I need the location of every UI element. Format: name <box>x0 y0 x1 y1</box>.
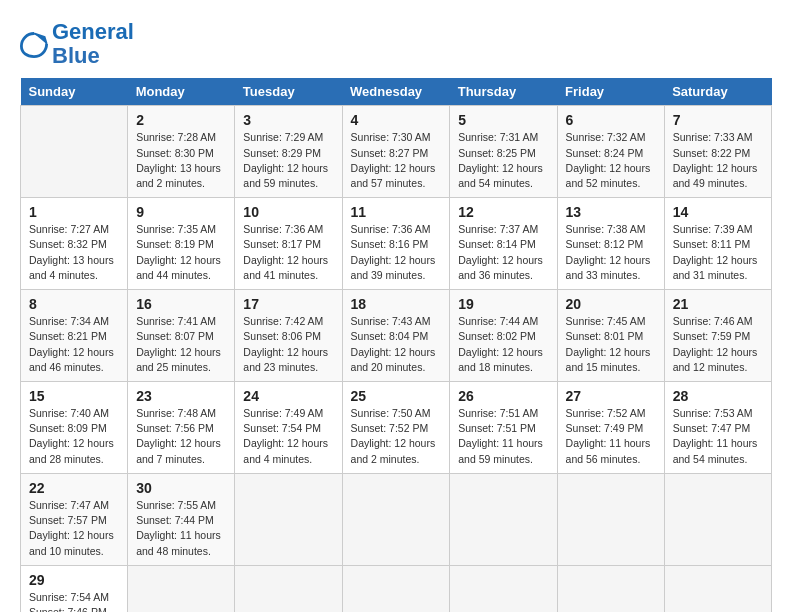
day-number: 4 <box>351 112 442 128</box>
calendar-cell: 28Sunrise: 7:53 AMSunset: 7:47 PMDayligh… <box>664 382 771 474</box>
day-detail: Sunrise: 7:28 AMSunset: 8:30 PMDaylight:… <box>136 130 226 191</box>
calendar-cell: 1Sunrise: 7:27 AMSunset: 8:32 PMDaylight… <box>21 198 128 290</box>
calendar-cell: 10Sunrise: 7:36 AMSunset: 8:17 PMDayligh… <box>235 198 342 290</box>
day-detail: Sunrise: 7:36 AMSunset: 8:17 PMDaylight:… <box>243 222 333 283</box>
calendar-cell <box>342 565 450 612</box>
calendar-cell: 5Sunrise: 7:31 AMSunset: 8:25 PMDaylight… <box>450 106 557 198</box>
day-number: 19 <box>458 296 548 312</box>
day-detail: Sunrise: 7:50 AMSunset: 7:52 PMDaylight:… <box>351 406 442 467</box>
calendar-cell: 7Sunrise: 7:33 AMSunset: 8:22 PMDaylight… <box>664 106 771 198</box>
calendar-cell: 23Sunrise: 7:48 AMSunset: 7:56 PMDayligh… <box>128 382 235 474</box>
logo-icon <box>20 30 48 58</box>
day-number: 28 <box>673 388 763 404</box>
day-number: 26 <box>458 388 548 404</box>
day-number: 12 <box>458 204 548 220</box>
day-detail: Sunrise: 7:30 AMSunset: 8:27 PMDaylight:… <box>351 130 442 191</box>
calendar-week-row: 1Sunrise: 7:27 AMSunset: 8:32 PMDaylight… <box>21 198 772 290</box>
day-detail: Sunrise: 7:43 AMSunset: 8:04 PMDaylight:… <box>351 314 442 375</box>
calendar-cell: 24Sunrise: 7:49 AMSunset: 7:54 PMDayligh… <box>235 382 342 474</box>
day-detail: Sunrise: 7:46 AMSunset: 7:59 PMDaylight:… <box>673 314 763 375</box>
calendar-cell: 20Sunrise: 7:45 AMSunset: 8:01 PMDayligh… <box>557 290 664 382</box>
day-number: 13 <box>566 204 656 220</box>
day-detail: Sunrise: 7:44 AMSunset: 8:02 PMDaylight:… <box>458 314 548 375</box>
day-detail: Sunrise: 7:37 AMSunset: 8:14 PMDaylight:… <box>458 222 548 283</box>
calendar-week-row: 15Sunrise: 7:40 AMSunset: 8:09 PMDayligh… <box>21 382 772 474</box>
calendar-cell <box>557 565 664 612</box>
day-detail: Sunrise: 7:34 AMSunset: 8:21 PMDaylight:… <box>29 314 119 375</box>
day-number: 10 <box>243 204 333 220</box>
calendar-cell: 4Sunrise: 7:30 AMSunset: 8:27 PMDaylight… <box>342 106 450 198</box>
day-detail: Sunrise: 7:49 AMSunset: 7:54 PMDaylight:… <box>243 406 333 467</box>
day-number: 27 <box>566 388 656 404</box>
day-detail: Sunrise: 7:55 AMSunset: 7:44 PMDaylight:… <box>136 498 226 559</box>
calendar-cell: 22Sunrise: 7:47 AMSunset: 7:57 PMDayligh… <box>21 473 128 565</box>
calendar-cell: 21Sunrise: 7:46 AMSunset: 7:59 PMDayligh… <box>664 290 771 382</box>
day-detail: Sunrise: 7:35 AMSunset: 8:19 PMDaylight:… <box>136 222 226 283</box>
day-number: 18 <box>351 296 442 312</box>
calendar-cell <box>664 473 771 565</box>
day-number: 11 <box>351 204 442 220</box>
weekday-header-friday: Friday <box>557 78 664 106</box>
day-number: 2 <box>136 112 226 128</box>
calendar-week-row: 2Sunrise: 7:28 AMSunset: 8:30 PMDaylight… <box>21 106 772 198</box>
page-header: GeneralBlue <box>20 20 772 68</box>
day-number: 9 <box>136 204 226 220</box>
day-number: 3 <box>243 112 333 128</box>
calendar-cell <box>450 473 557 565</box>
day-number: 5 <box>458 112 548 128</box>
day-number: 20 <box>566 296 656 312</box>
day-number: 22 <box>29 480 119 496</box>
calendar-cell: 2Sunrise: 7:28 AMSunset: 8:30 PMDaylight… <box>128 106 235 198</box>
calendar-cell: 6Sunrise: 7:32 AMSunset: 8:24 PMDaylight… <box>557 106 664 198</box>
calendar-cell: 12Sunrise: 7:37 AMSunset: 8:14 PMDayligh… <box>450 198 557 290</box>
day-number: 30 <box>136 480 226 496</box>
calendar-cell: 9Sunrise: 7:35 AMSunset: 8:19 PMDaylight… <box>128 198 235 290</box>
weekday-header-tuesday: Tuesday <box>235 78 342 106</box>
weekday-header-monday: Monday <box>128 78 235 106</box>
calendar-cell <box>235 473 342 565</box>
day-detail: Sunrise: 7:51 AMSunset: 7:51 PMDaylight:… <box>458 406 548 467</box>
weekday-header-row: SundayMondayTuesdayWednesdayThursdayFrid… <box>21 78 772 106</box>
day-number: 15 <box>29 388 119 404</box>
day-number: 1 <box>29 204 119 220</box>
day-detail: Sunrise: 7:48 AMSunset: 7:56 PMDaylight:… <box>136 406 226 467</box>
calendar-cell: 15Sunrise: 7:40 AMSunset: 8:09 PMDayligh… <box>21 382 128 474</box>
day-detail: Sunrise: 7:29 AMSunset: 8:29 PMDaylight:… <box>243 130 333 191</box>
day-detail: Sunrise: 7:47 AMSunset: 7:57 PMDaylight:… <box>29 498 119 559</box>
weekday-header-sunday: Sunday <box>21 78 128 106</box>
day-detail: Sunrise: 7:54 AMSunset: 7:46 PMDaylight:… <box>29 590 119 612</box>
calendar-week-row: 29Sunrise: 7:54 AMSunset: 7:46 PMDayligh… <box>21 565 772 612</box>
day-detail: Sunrise: 7:32 AMSunset: 8:24 PMDaylight:… <box>566 130 656 191</box>
logo-text: GeneralBlue <box>52 20 134 68</box>
calendar-cell: 17Sunrise: 7:42 AMSunset: 8:06 PMDayligh… <box>235 290 342 382</box>
calendar-cell: 27Sunrise: 7:52 AMSunset: 7:49 PMDayligh… <box>557 382 664 474</box>
day-detail: Sunrise: 7:53 AMSunset: 7:47 PMDaylight:… <box>673 406 763 467</box>
calendar-cell: 26Sunrise: 7:51 AMSunset: 7:51 PMDayligh… <box>450 382 557 474</box>
calendar-cell <box>664 565 771 612</box>
day-detail: Sunrise: 7:45 AMSunset: 8:01 PMDaylight:… <box>566 314 656 375</box>
day-number: 17 <box>243 296 333 312</box>
day-detail: Sunrise: 7:27 AMSunset: 8:32 PMDaylight:… <box>29 222 119 283</box>
calendar-cell <box>21 106 128 198</box>
calendar-cell: 16Sunrise: 7:41 AMSunset: 8:07 PMDayligh… <box>128 290 235 382</box>
day-number: 21 <box>673 296 763 312</box>
calendar-cell: 11Sunrise: 7:36 AMSunset: 8:16 PMDayligh… <box>342 198 450 290</box>
logo: GeneralBlue <box>20 20 134 68</box>
day-number: 14 <box>673 204 763 220</box>
day-number: 29 <box>29 572 119 588</box>
day-detail: Sunrise: 7:42 AMSunset: 8:06 PMDaylight:… <box>243 314 333 375</box>
day-detail: Sunrise: 7:39 AMSunset: 8:11 PMDaylight:… <box>673 222 763 283</box>
calendar-cell: 8Sunrise: 7:34 AMSunset: 8:21 PMDaylight… <box>21 290 128 382</box>
day-number: 25 <box>351 388 442 404</box>
calendar-cell: 25Sunrise: 7:50 AMSunset: 7:52 PMDayligh… <box>342 382 450 474</box>
calendar-cell: 14Sunrise: 7:39 AMSunset: 8:11 PMDayligh… <box>664 198 771 290</box>
calendar-cell <box>235 565 342 612</box>
day-detail: Sunrise: 7:38 AMSunset: 8:12 PMDaylight:… <box>566 222 656 283</box>
calendar-week-row: 22Sunrise: 7:47 AMSunset: 7:57 PMDayligh… <box>21 473 772 565</box>
day-detail: Sunrise: 7:33 AMSunset: 8:22 PMDaylight:… <box>673 130 763 191</box>
calendar-cell <box>342 473 450 565</box>
weekday-header-thursday: Thursday <box>450 78 557 106</box>
day-detail: Sunrise: 7:31 AMSunset: 8:25 PMDaylight:… <box>458 130 548 191</box>
calendar-cell: 3Sunrise: 7:29 AMSunset: 8:29 PMDaylight… <box>235 106 342 198</box>
day-number: 23 <box>136 388 226 404</box>
